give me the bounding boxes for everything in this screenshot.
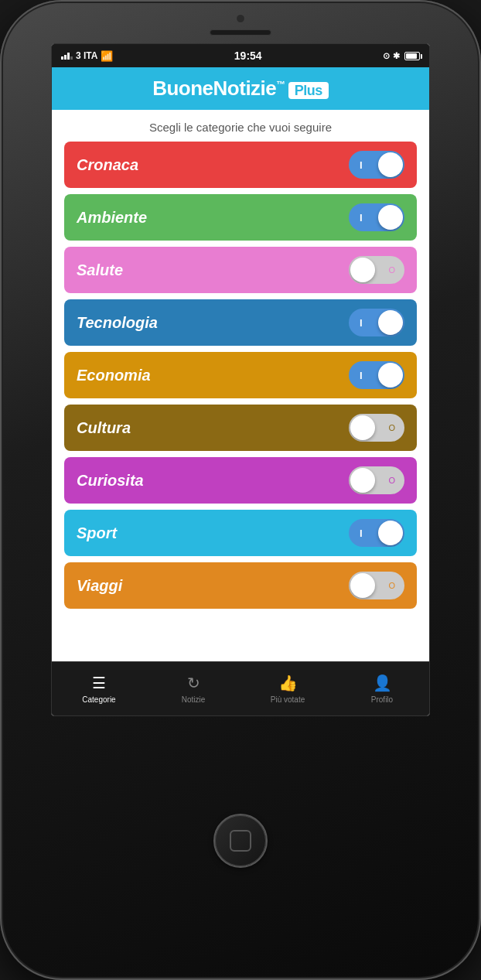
clock-icon: ⊙ xyxy=(383,51,390,61)
categories-list: CronacaIAmbienteISaluteOTecnologiaIEcono… xyxy=(52,142,429,661)
tab-label-notizie: Notizie xyxy=(182,695,206,704)
signal-bar-4 xyxy=(70,56,73,60)
bluetooth-icon: ✱ xyxy=(393,51,400,61)
battery-fill xyxy=(406,53,417,59)
toggle-off-label-salute: O xyxy=(388,265,395,275)
signal-bar-1 xyxy=(61,56,63,60)
category-row-viaggi[interactable]: ViaggiO xyxy=(64,562,417,609)
category-label-curiosita: Curiosita xyxy=(77,472,144,490)
category-label-economia: Economia xyxy=(77,367,151,384)
subtitle: Scegli le categorie che vuoi seguire xyxy=(52,110,429,142)
phone-bottom xyxy=(213,716,268,980)
toggle-on-label-tecnologia: I xyxy=(360,317,363,329)
category-row-ambiente[interactable]: AmbienteI xyxy=(64,194,417,241)
toggle-knob-curiosita xyxy=(350,468,375,493)
status-time: 19:54 xyxy=(234,50,262,62)
toggle-knob-cronaca xyxy=(378,152,403,177)
toggle-salute[interactable]: O xyxy=(349,256,404,284)
category-label-tecnologia: Tecnologia xyxy=(77,314,158,332)
toggle-curiosita[interactable]: O xyxy=(349,466,404,494)
toggle-off-label-cultura: O xyxy=(388,423,395,432)
toggle-cronaca[interactable]: I xyxy=(349,151,404,179)
toggle-knob-viaggi xyxy=(350,573,375,598)
toggle-off-label-curiosita: O xyxy=(388,476,395,485)
status-right: ⊙ ✱ xyxy=(383,51,420,61)
toggle-on-label-cronaca: I xyxy=(360,159,363,171)
category-row-sport[interactable]: SportI xyxy=(64,510,417,556)
toggle-off-label-viaggi: O xyxy=(388,581,395,590)
category-label-cultura: Cultura xyxy=(77,419,131,437)
toggle-knob-sport xyxy=(378,521,403,545)
tab-icon-profilo: 👤 xyxy=(373,674,392,692)
toggle-tecnologia[interactable]: I xyxy=(349,309,404,336)
tab-icon-piu-votate: 👍 xyxy=(278,674,298,692)
tab-item-notizie[interactable]: ↻Notizie xyxy=(146,674,240,704)
plus-badge: Plus xyxy=(288,82,329,99)
signal-bar-2 xyxy=(64,55,67,60)
carrier-label: 3 ITA xyxy=(76,50,97,61)
category-row-salute[interactable]: SaluteO xyxy=(64,247,417,293)
app-title: BuoneNotizie™Plus xyxy=(152,77,329,100)
category-label-cronaca: Cronaca xyxy=(77,156,138,174)
category-label-ambiente: Ambiente xyxy=(77,209,147,227)
toggle-knob-salute xyxy=(350,258,375,282)
toggle-cultura[interactable]: O xyxy=(349,414,404,442)
home-button-inner xyxy=(215,815,266,866)
tab-item-categorie[interactable]: ☰Categorie xyxy=(52,674,146,704)
toggle-knob-economia xyxy=(378,363,403,388)
toggle-knob-ambiente xyxy=(378,205,403,230)
signal-bars xyxy=(61,53,73,60)
status-bar: 3 ITA 📶 19:54 ⊙ ✱ xyxy=(52,44,429,67)
tab-item-piu-votate[interactable]: 👍Più votate xyxy=(240,674,335,704)
toggle-on-label-ambiente: I xyxy=(360,212,363,224)
home-button-square xyxy=(230,830,251,852)
speaker-grille xyxy=(210,29,271,36)
tab-label-profilo: Profilo xyxy=(371,695,393,704)
screen: 3 ITA 📶 19:54 ⊙ ✱ BuoneNotizie™Plus Sceg… xyxy=(51,43,430,716)
tab-bar: ☰Categorie↻Notizie👍Più votate👤Profilo xyxy=(52,661,429,715)
toggle-viaggi[interactable]: O xyxy=(349,572,404,599)
phone-top xyxy=(0,0,481,43)
toggle-economia[interactable]: I xyxy=(349,361,404,389)
category-row-cultura[interactable]: CulturaO xyxy=(64,405,417,451)
signal-bar-3 xyxy=(67,53,70,60)
wifi-icon: 📶 xyxy=(101,50,113,62)
toggle-ambiente[interactable]: I xyxy=(349,203,404,231)
app-header: BuoneNotizie™Plus xyxy=(52,67,429,110)
category-row-curiosita[interactable]: CuriositaO xyxy=(64,457,417,504)
toggle-knob-cultura xyxy=(350,415,375,440)
toggle-on-label-economia: I xyxy=(360,370,363,381)
tab-label-categorie: Categorie xyxy=(82,695,115,704)
category-row-cronaca[interactable]: CronacaI xyxy=(64,142,417,188)
category-row-tecnologia[interactable]: TecnologiaI xyxy=(64,299,417,346)
tab-icon-notizie: ↻ xyxy=(187,674,200,692)
tab-icon-categorie: ☰ xyxy=(92,674,106,692)
tab-item-profilo[interactable]: 👤Profilo xyxy=(335,674,429,704)
tab-label-piu-votate: Più votate xyxy=(271,695,305,704)
toggle-on-label-sport: I xyxy=(360,528,363,539)
phone-frame: 3 ITA 📶 19:54 ⊙ ✱ BuoneNotizie™Plus Sceg… xyxy=(0,0,481,980)
battery-icon xyxy=(404,52,420,60)
category-row-economia[interactable]: EconomiaI xyxy=(64,352,417,398)
front-camera xyxy=(236,14,245,23)
category-label-viaggi: Viaggi xyxy=(77,577,122,595)
category-label-sport: Sport xyxy=(77,524,117,542)
category-label-salute: Salute xyxy=(77,261,123,279)
status-left: 3 ITA 📶 xyxy=(61,50,113,62)
home-button[interactable] xyxy=(213,814,268,868)
tm-symbol: ™ xyxy=(276,79,285,90)
toggle-sport[interactable]: I xyxy=(349,519,404,547)
toggle-knob-tecnologia xyxy=(378,310,403,335)
app-name: BuoneNotizie xyxy=(152,77,276,100)
